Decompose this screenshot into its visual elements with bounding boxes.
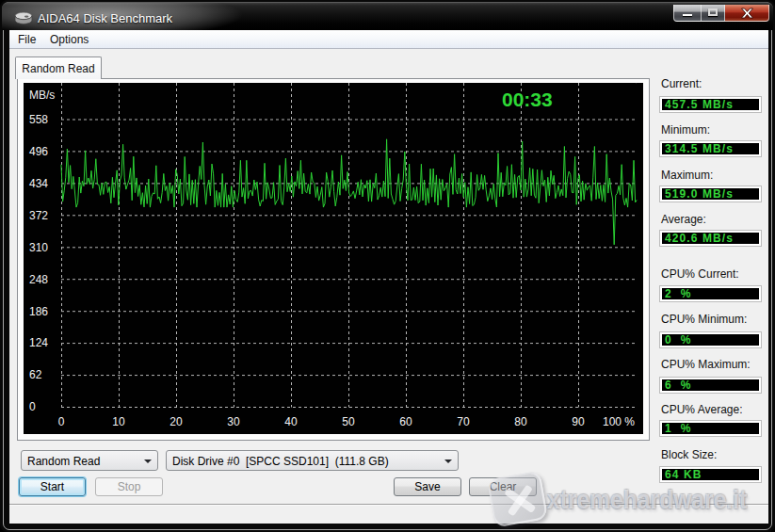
svg-text:40: 40 <box>284 415 298 428</box>
svg-text:10: 10 <box>112 415 125 428</box>
svg-text:50: 50 <box>342 415 355 428</box>
svg-text:0: 0 <box>58 415 65 428</box>
svg-text:496: 496 <box>29 145 48 158</box>
svg-text:372: 372 <box>29 209 48 222</box>
svg-text:124: 124 <box>29 336 48 349</box>
svg-text:62: 62 <box>29 368 42 381</box>
svg-text:MB/s: MB/s <box>29 89 55 102</box>
svg-text:20: 20 <box>170 415 183 428</box>
svg-text:80: 80 <box>514 415 527 428</box>
svg-text:248: 248 <box>29 273 48 286</box>
svg-text:100 %: 100 % <box>603 415 635 428</box>
svg-text:00:33: 00:33 <box>502 89 553 110</box>
svg-text:0: 0 <box>29 400 36 413</box>
svg-text:434: 434 <box>29 177 48 190</box>
svg-text:70: 70 <box>457 415 470 428</box>
svg-text:310: 310 <box>29 241 48 254</box>
svg-text:60: 60 <box>399 415 412 428</box>
svg-text:186: 186 <box>29 305 48 318</box>
svg-text:90: 90 <box>572 415 585 428</box>
svg-text:30: 30 <box>227 415 240 428</box>
svg-text:558: 558 <box>29 113 48 126</box>
